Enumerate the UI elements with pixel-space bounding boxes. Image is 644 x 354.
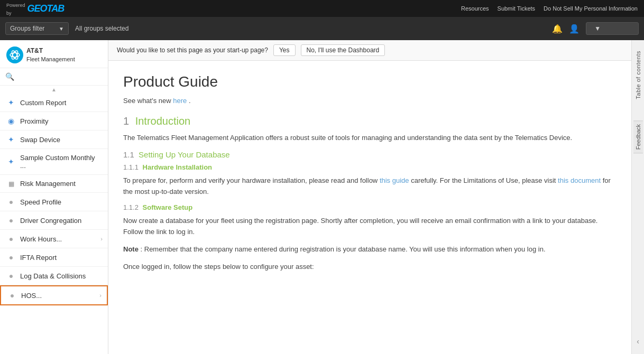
user-dropdown-arrow-icon: ▼ [594,25,601,32]
sidebar-item-driver-congregation[interactable]: ● Driver Congregation [0,211,108,230]
sidebar-item-label: IFTA Report [20,254,103,262]
this-guide-link[interactable]: this guide [380,176,409,184]
note-text: Note : Remember that the company name en… [123,244,614,255]
dot-icon: ● [6,235,16,243]
sidebar-item-ifta-report[interactable]: ● IFTA Report [0,248,108,267]
see-whats-new-text: See what's new here . [123,97,614,105]
powered-by-label: Poweredby [6,1,25,16]
section-1-1-1-heading: 1.1.1 Hardware Installation [123,163,614,171]
section-1-body: The Telematics Fleet Management Applicat… [123,133,614,144]
this-document-link[interactable]: this document [558,176,601,184]
groups-filter-label: Groups filter [10,25,56,32]
section-1-1-1-title: Hardware Installation [143,163,212,171]
sidebar-item-label: Log Data & Collisions [20,272,103,280]
notifications-bell-icon[interactable]: 🔔 [552,24,563,34]
section-1-title: Introduction [135,115,191,127]
att-logo-circle [6,46,23,63]
sidebar-item-label: Proximity [20,117,103,125]
sidebar-item-speed-profile[interactable]: ● Speed Profile [0,193,108,211]
dot-icon: ● [7,291,17,300]
submit-tickets-link[interactable]: Submit Tickets [498,5,536,12]
feedback-label[interactable]: Feedback [633,120,643,153]
sidebar-item-swap-device[interactable]: ✦ Swap Device [0,131,108,149]
second-bar-right-controls: 🔔 👤 ▼ [552,22,639,35]
hardware-body-prefix: To prepare for, perform and verify your … [123,176,380,184]
logo-area: Poweredby GEOTAB [6,1,64,16]
sidebar-item-label: Work Hours... [20,235,96,243]
second-navigation-bar: Groups filter ▼ All groups selected 🔔 👤 … [0,17,644,40]
main-layout: AT&T Fleet Management 🔍 ▲ ✦ Custom Repor… [0,40,644,354]
dot-icon: ● [6,253,16,262]
sidebar-item-proximity[interactable]: ◉ Proximity [0,112,108,131]
puzzle-icon: ✦ [6,135,16,144]
product-guide-content: Product Guide See what's new here . 1 In… [108,61,631,354]
chevron-right-icon: › [100,236,103,242]
section-1-1-2-title: Software Setup [143,203,193,211]
user-profile-icon[interactable]: 👤 [569,24,579,34]
once-logged-text: Once logged in, follow the steps below t… [123,262,614,273]
section-1-1-2-heading: 1.1.2 Software Setup [123,203,614,211]
user-account-dropdown[interactable]: ▼ [586,22,639,35]
section-1-1-1-num: 1.1.1 [123,163,139,171]
sidebar-item-risk-management[interactable]: ▦ Risk Management [0,175,108,193]
att-logo-svg [7,48,22,62]
sidebar-item-label: Risk Management [20,180,103,188]
sidebar: AT&T Fleet Management 🔍 ▲ ✦ Custom Repor… [0,40,108,354]
top-nav-links: Resources Submit Tickets Do Not Sell My … [461,5,638,12]
att-title-sub: Fleet Management [26,56,75,62]
att-title-main: AT&T [26,47,75,55]
sidebar-search-row[interactable]: 🔍 [0,68,108,86]
sidebar-item-hos[interactable]: ● HOS... › [0,285,108,305]
section-1-1-title: Setting Up Your Database [139,150,230,159]
sidebar-item-label: Speed Profile [20,198,103,206]
att-logo: AT&T Fleet Management [6,46,75,63]
section-1-1-num: 1.1 [123,150,134,159]
att-title: AT&T Fleet Management [26,47,75,63]
table-of-contents-label[interactable]: Table of contents [635,51,641,99]
content-area: Would you like to set this page as your … [108,40,631,354]
sidebar-item-label: Swap Device [20,136,103,144]
here-link[interactable]: here [173,97,187,105]
startup-bar: Would you like to set this page as your … [108,40,631,61]
product-guide-title: Product Guide [123,73,614,90]
sidebar-scroll-up: ▲ [0,86,108,94]
search-icon[interactable]: 🔍 [5,72,14,81]
section-1-1-heading: 1.1 Setting Up Your Database [123,150,614,159]
yes-button[interactable]: Yes [273,44,296,56]
user-name-label [591,25,592,32]
section-1-num: 1 [123,115,129,127]
toc-collapse-icon[interactable]: ‹ [637,337,639,346]
chevron-right-icon: › [99,292,102,299]
sidebar-item-sample-custom-monthly[interactable]: ✦ Sample Custom Monthly ... [0,149,108,175]
see-whats-new-suffix: . [189,97,191,105]
dot-icon: ● [6,272,16,280]
sidebar-item-label: HOS... [21,292,95,300]
resources-link[interactable]: Resources [461,5,489,12]
groups-filter-dropdown[interactable]: Groups filter ▼ [5,22,69,35]
section-1-1-2-body: Now create a database for your fleet usi… [123,216,614,238]
bar-chart-icon: ▦ [6,180,16,188]
sidebar-item-log-data-collisions[interactable]: ● Log Data & Collisions [0,267,108,285]
section-1-1-1-body: To prepare for, perform and verify your … [123,175,614,198]
top-navigation: Poweredby GEOTAB Resources Submit Ticket… [0,0,644,17]
circle-icon: ◉ [6,117,16,125]
geotab-logo: GEOTAB [27,3,65,14]
dot-icon: ● [6,216,16,225]
sidebar-item-label: Sample Custom Monthly ... [20,154,103,170]
hardware-body-mid: carefully. For the Limitations of Use, p… [411,176,558,184]
startup-question-label: Would you like to set this page as your … [117,46,268,54]
see-whats-new-prefix: See what's new [123,97,173,105]
groups-filter-arrow-icon: ▼ [59,26,64,32]
sidebar-item-work-hours[interactable]: ● Work Hours... › [0,230,108,248]
sidebar-item-custom-report[interactable]: ✦ Custom Report [0,94,108,112]
sidebar-item-label: Custom Report [20,99,103,107]
puzzle-icon: ✦ [6,98,16,107]
toc-sidebar: Table of contents Feedback ‹ [631,40,644,354]
sidebar-item-label: Driver Congregation [20,217,103,225]
note-content: : Remember that the company name entered… [141,245,546,253]
puzzle-icon: ✦ [6,157,16,166]
no-dashboard-button[interactable]: No, I'll use the Dashboard [301,44,385,56]
dot-icon: ● [6,198,16,206]
section-1-heading: 1 Introduction [123,115,614,127]
do-not-sell-link[interactable]: Do Not Sell My Personal Information [544,5,638,12]
